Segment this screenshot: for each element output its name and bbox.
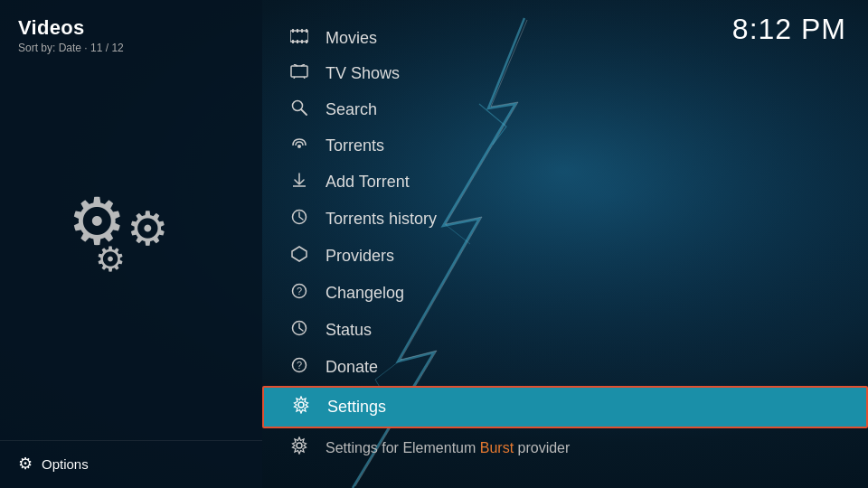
options-icon: ⚙ bbox=[18, 454, 33, 474]
providers-label: Providers bbox=[326, 247, 394, 266]
tv-shows-label: TV Shows bbox=[326, 64, 400, 83]
sidebar: Videos Sort by: Date · 11 / 12 ⚙ ⚙ ⚙ ⚙ O… bbox=[0, 0, 262, 488]
menu-item-tv-shows[interactable]: TV Shows bbox=[262, 56, 868, 91]
settings-label: Settings bbox=[327, 398, 386, 417]
main-menu: Movies TV Shows Search Torrents Add Torr bbox=[262, 0, 868, 488]
movies-label: Movies bbox=[326, 29, 377, 48]
tv-shows-icon bbox=[289, 64, 309, 83]
menu-item-changelog[interactable]: ? Changelog bbox=[262, 275, 868, 312]
svg-text:?: ? bbox=[297, 286, 302, 296]
gear-medium-icon: ⚙ bbox=[127, 202, 169, 256]
svg-rect-2 bbox=[292, 29, 294, 33]
torrents-icon bbox=[289, 136, 309, 155]
svg-line-16 bbox=[301, 109, 307, 115]
search-label: Search bbox=[326, 100, 377, 119]
svg-line-11 bbox=[294, 77, 295, 79]
svg-rect-6 bbox=[292, 40, 294, 43]
settings-icon-group: ⚙ ⚙ ⚙ bbox=[68, 183, 194, 292]
settings-burst-icon bbox=[289, 436, 309, 459]
menu-item-torrents-history[interactable]: Torrents history bbox=[262, 201, 868, 238]
gear-small-icon: ⚙ bbox=[95, 239, 126, 279]
menu-item-settings[interactable]: Settings bbox=[262, 386, 868, 428]
svg-point-25 bbox=[298, 402, 304, 408]
search-icon bbox=[289, 99, 309, 120]
burst-highlight: Burst bbox=[480, 440, 514, 455]
settings-icon bbox=[291, 396, 311, 418]
sidebar-title: Videos bbox=[18, 16, 244, 40]
svg-rect-9 bbox=[306, 40, 307, 43]
svg-point-17 bbox=[297, 145, 301, 148]
svg-text:?: ? bbox=[297, 360, 302, 371]
menu-item-donate[interactable]: ? Donate bbox=[262, 349, 868, 386]
menu-item-add-torrent[interactable]: Add Torrent bbox=[262, 164, 868, 201]
menu-item-torrents[interactable]: Torrents bbox=[262, 128, 868, 164]
settings-burst-label: Settings for Elementum Burst provider bbox=[326, 440, 570, 456]
torrents-history-label: Torrents history bbox=[326, 210, 437, 229]
svg-rect-8 bbox=[301, 40, 303, 43]
svg-rect-7 bbox=[297, 40, 298, 43]
add-torrent-label: Add Torrent bbox=[326, 173, 410, 192]
clock: 8:12 PM bbox=[732, 13, 846, 46]
providers-icon bbox=[289, 246, 309, 267]
donate-icon: ? bbox=[289, 357, 309, 378]
status-label: Status bbox=[326, 321, 372, 340]
torrents-label: Torrents bbox=[326, 136, 384, 155]
svg-rect-10 bbox=[291, 66, 307, 77]
options-label: Options bbox=[42, 456, 89, 472]
changelog-label: Changelog bbox=[326, 284, 404, 303]
menu-list: Movies TV Shows Search Torrents Add Torr bbox=[262, 21, 868, 467]
movies-icon bbox=[289, 29, 309, 48]
menu-item-providers[interactable]: Providers bbox=[262, 238, 868, 275]
sidebar-header: Videos Sort by: Date · 11 / 12 bbox=[0, 0, 262, 61]
sidebar-icon-area: ⚙ ⚙ ⚙ bbox=[0, 61, 262, 440]
svg-rect-4 bbox=[301, 29, 303, 33]
svg-rect-3 bbox=[297, 29, 298, 33]
menu-item-status[interactable]: Status bbox=[262, 312, 868, 349]
svg-rect-5 bbox=[306, 29, 307, 33]
svg-point-26 bbox=[297, 443, 302, 448]
menu-item-search[interactable]: Search bbox=[262, 91, 868, 128]
changelog-icon: ? bbox=[289, 283, 309, 304]
add-torrent-icon bbox=[289, 172, 309, 192]
sidebar-subtitle: Sort by: Date · 11 / 12 bbox=[18, 42, 244, 54]
svg-line-12 bbox=[304, 77, 305, 79]
status-icon bbox=[289, 320, 309, 341]
menu-item-settings-burst[interactable]: Settings for Elementum Burst provider bbox=[262, 428, 868, 467]
torrents-history-icon bbox=[289, 209, 309, 230]
donate-label: Donate bbox=[326, 358, 378, 377]
sidebar-footer[interactable]: ⚙ Options bbox=[0, 440, 262, 488]
